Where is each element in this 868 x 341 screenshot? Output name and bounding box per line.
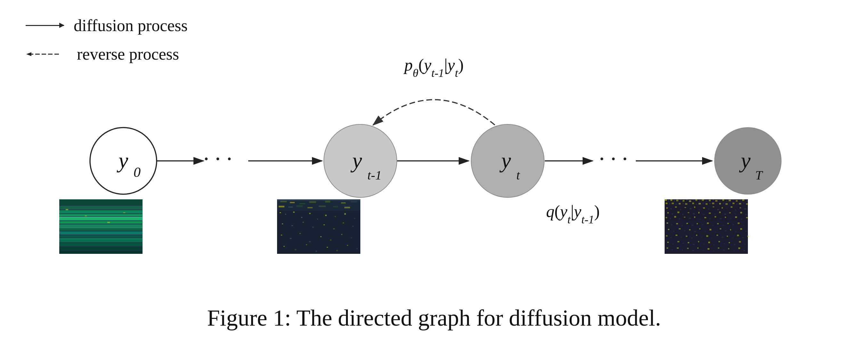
svg-rect-79	[323, 224, 325, 225]
svg-rect-240	[681, 236, 682, 237]
svg-rect-133	[685, 203, 687, 205]
svg-rect-141	[712, 203, 714, 204]
svg-rect-153	[666, 207, 668, 209]
svg-rect-87	[320, 236, 321, 237]
svg-rect-170	[744, 208, 746, 209]
svg-rect-283	[733, 250, 735, 252]
svg-rect-216	[722, 225, 724, 226]
svg-rect-251	[737, 235, 739, 236]
svg-rect-73	[344, 213, 346, 215]
svg-text:y: y	[499, 148, 511, 173]
svg-rect-34	[59, 231, 143, 235]
svg-rect-140	[709, 203, 711, 204]
svg-rect-124	[740, 200, 741, 201]
svg-rect-183	[729, 212, 731, 214]
svg-rect-90	[351, 237, 352, 238]
svg-rect-98	[356, 248, 358, 249]
svg-rect-156	[680, 209, 681, 210]
svg-rect-97	[347, 245, 348, 246]
svg-rect-171	[667, 212, 669, 214]
svg-text:pθ(yt-1|yt): pθ(yt-1|yt)	[403, 56, 464, 80]
svg-text:y: y	[350, 148, 362, 173]
svg-rect-93	[306, 244, 307, 245]
svg-rect-285	[743, 250, 745, 251]
svg-rect-112	[699, 200, 701, 201]
svg-rect-200	[730, 218, 732, 219]
spectrogram-right	[664, 199, 749, 254]
svg-text:· · ·: · · ·	[204, 146, 232, 172]
svg-rect-204	[664, 222, 748, 254]
svg-rect-147	[733, 203, 735, 204]
svg-rect-38	[59, 247, 143, 250]
svg-rect-197	[715, 216, 716, 218]
svg-rect-135	[692, 203, 694, 204]
svg-rect-80	[333, 228, 335, 229]
svg-rect-166	[726, 208, 728, 209]
svg-rect-236	[745, 231, 747, 232]
svg-rect-74	[354, 218, 355, 219]
svg-rect-228	[704, 230, 706, 232]
svg-rect-84	[290, 238, 291, 239]
svg-rect-191	[684, 217, 685, 218]
svg-rect-96	[336, 250, 338, 251]
svg-rect-269	[744, 244, 746, 245]
svg-rect-41	[59, 228, 143, 228]
svg-rect-279	[713, 251, 714, 252]
svg-rect-105	[676, 200, 678, 201]
svg-rect-223	[679, 228, 681, 229]
svg-rect-211	[696, 223, 698, 224]
svg-rect-273	[682, 250, 683, 251]
svg-rect-169	[740, 207, 741, 208]
svg-rect-254	[667, 241, 669, 243]
svg-rect-67	[293, 211, 295, 213]
svg-rect-275	[692, 250, 694, 251]
svg-rect-181	[719, 211, 721, 213]
svg-rect-66	[285, 214, 286, 215]
svg-rect-203	[746, 217, 748, 218]
svg-rect-218	[733, 224, 734, 225]
svg-rect-144	[723, 203, 724, 204]
svg-rect-176	[693, 213, 695, 215]
svg-rect-86	[309, 241, 311, 242]
svg-rect-57	[279, 206, 284, 207]
svg-rect-182	[724, 214, 726, 215]
svg-rect-117	[715, 200, 717, 202]
svg-rect-261	[703, 243, 705, 245]
svg-rect-268	[739, 241, 741, 243]
svg-rect-177	[698, 212, 700, 214]
svg-rect-234	[735, 231, 737, 232]
svg-rect-220	[743, 225, 744, 226]
svg-rect-32	[59, 224, 143, 228]
svg-rect-37	[59, 243, 143, 246]
svg-rect-55	[341, 202, 346, 203]
svg-rect-106	[680, 199, 682, 201]
svg-rect-175	[688, 212, 689, 213]
svg-rect-161	[703, 207, 705, 209]
svg-rect-167	[731, 206, 733, 208]
svg-rect-239	[676, 235, 677, 236]
svg-rect-143	[719, 203, 721, 204]
svg-rect-278	[708, 248, 709, 250]
svg-rect-75	[282, 223, 283, 224]
svg-rect-64	[277, 210, 360, 254]
svg-rect-193	[694, 216, 695, 218]
svg-rect-107	[683, 200, 684, 202]
svg-rect-253	[747, 235, 749, 237]
svg-rect-280	[718, 248, 719, 249]
svg-rect-125	[742, 199, 744, 201]
svg-rect-272	[677, 248, 679, 249]
svg-rect-209	[686, 223, 688, 224]
svg-rect-172	[672, 214, 673, 215]
svg-rect-214	[712, 225, 713, 226]
svg-rect-226	[694, 231, 696, 232]
svg-rect-160	[699, 209, 700, 210]
svg-rect-40	[59, 217, 143, 218]
svg-rect-42	[59, 238, 143, 239]
svg-rect-89	[341, 234, 342, 235]
svg-rect-213	[707, 222, 709, 224]
diagram-svg: · · · · · · pθ(yt-1|yt) y 0	[34, 42, 834, 273]
svg-rect-72	[335, 216, 336, 217]
svg-rect-85	[300, 233, 301, 234]
svg-rect-201	[735, 216, 737, 218]
svg-rect-78	[312, 227, 314, 228]
